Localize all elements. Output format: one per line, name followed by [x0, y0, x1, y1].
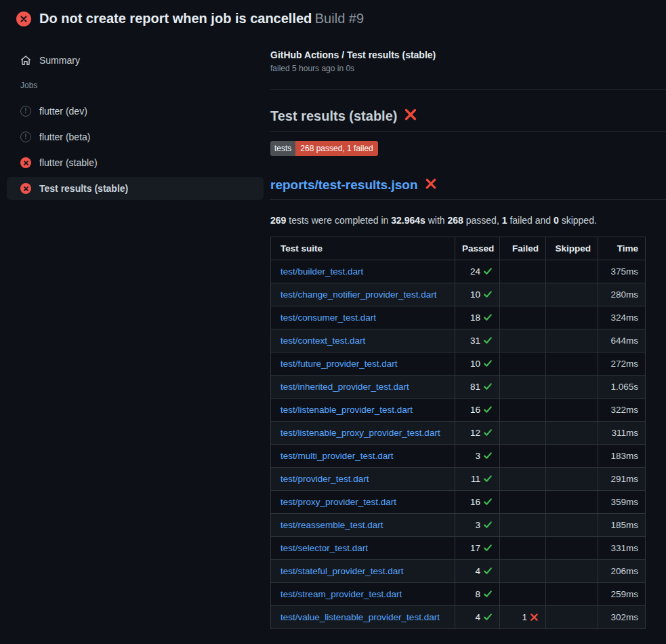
table-row: test/builder_test.dart24375ms [271, 260, 646, 283]
failed-cell [500, 445, 546, 468]
suite-cell: test/provider_test.dart [271, 468, 455, 491]
sidebar-item-test-results-stable[interactable]: Test results (stable) [7, 177, 264, 200]
time-cell: 1.065s [598, 376, 646, 399]
passed-count: 11 [471, 474, 480, 484]
home-icon [20, 55, 31, 66]
passed-count: 18 [470, 313, 480, 323]
sidebar-item-flutter-dev[interactable]: !flutter (dev) [7, 100, 264, 123]
suite-cell: test/stateful_provider_test.dart [271, 560, 455, 583]
test-suite-link[interactable]: test/proxy_provider_test.dart [280, 497, 396, 507]
passed-count: 4 [475, 612, 480, 622]
failed-cell [500, 491, 546, 514]
sidebar-item-flutter-stable[interactable]: flutter (stable) [7, 151, 264, 174]
passed-count: 10 [470, 289, 480, 300]
test-suite-link[interactable]: test/provider_test.dart [280, 474, 369, 484]
suite-cell: test/inherited_provider_test.dart [271, 376, 455, 399]
skipped-cell [546, 422, 598, 445]
x-circle-icon [20, 157, 31, 168]
passed-cell: 31 [455, 329, 500, 353]
passed-cell: 10 [455, 353, 500, 376]
test-suite-link[interactable]: test/selector_test.dart [280, 543, 368, 553]
failed-cell [500, 329, 546, 353]
table-row: test/proxy_provider_test.dart16359ms [271, 491, 646, 514]
test-suite-link[interactable]: test/inherited_provider_test.dart [280, 382, 409, 392]
time-cell: 183ms [598, 445, 646, 468]
time-cell: 331ms [598, 537, 646, 560]
column-header-time: Time [598, 237, 646, 260]
failed-cell [500, 560, 546, 583]
sidebar-item-flutter-beta[interactable]: !flutter (beta) [7, 125, 264, 148]
suite-cell: test/builder_test.dart [271, 260, 455, 283]
passed-cell: 11 [455, 468, 500, 491]
passed-cell: 3 [455, 514, 500, 537]
test-suite-link[interactable]: test/reassemble_test.dart [280, 520, 383, 530]
summary-sentence: 269 tests were completed in 32.964s with… [270, 215, 666, 226]
red-x-icon [425, 178, 437, 193]
passed-count: 10 [470, 359, 480, 369]
summary-segment: failed and [507, 215, 554, 226]
test-suite-link[interactable]: test/consumer_test.dart [280, 313, 376, 323]
skipped-cell [546, 606, 598, 629]
tests-status-badge: tests 268 passed, 1 failed [270, 141, 378, 156]
time-cell: 185ms [598, 514, 646, 537]
skipped-cell [546, 583, 598, 606]
time-cell: 359ms [598, 491, 646, 514]
table-row: test/provider_test.dart11291ms [271, 468, 646, 491]
x-circle-icon [20, 183, 31, 194]
test-suite-link[interactable]: test/listenable_proxy_provider_test.dart [280, 428, 440, 438]
failed-cell: 1 [500, 606, 546, 629]
time-cell: 206ms [598, 560, 646, 583]
table-row: test/multi_provider_test.dart3183ms [271, 445, 646, 468]
table-row: test/listenable_provider_test.dart16322m… [271, 399, 646, 422]
suite-cell: test/proxy_provider_test.dart [271, 491, 455, 514]
passed-cell: 81 [455, 376, 500, 399]
passed-count: 12 [470, 428, 480, 438]
build-header: Do not create report when job is cancell… [0, 0, 666, 33]
skipped-cell [546, 353, 598, 376]
time-cell: 302ms [598, 606, 646, 629]
table-row: test/listenable_proxy_provider_test.dart… [271, 422, 646, 445]
skipped-cell [546, 514, 598, 537]
suite-cell: test/value_listenable_provider_test.dart [271, 606, 455, 629]
suite-cell: test/future_provider_test.dart [271, 353, 455, 376]
passed-count: 8 [475, 589, 480, 599]
suite-cell: test/multi_provider_test.dart [271, 445, 455, 468]
column-header-test-suite: Test suite [271, 237, 455, 260]
suite-cell: test/listenable_proxy_provider_test.dart [271, 422, 455, 445]
failed-cell [500, 514, 546, 537]
failed-cell [500, 376, 546, 399]
column-header-passed: Passed [455, 237, 500, 260]
test-suite-link[interactable]: test/change_notifier_provider_test.dart [280, 289, 436, 300]
test-suite-link[interactable]: test/multi_provider_test.dart [280, 451, 394, 461]
time-cell: 324ms [598, 306, 646, 329]
build-number: Build #9 [315, 11, 364, 26]
skipped-cell [546, 376, 598, 399]
failed-cell [500, 399, 546, 422]
skipped-cell [546, 445, 598, 468]
test-suite-link[interactable]: test/future_provider_test.dart [280, 359, 398, 369]
summary-segment: 269 [270, 215, 286, 226]
time-cell: 644ms [598, 329, 646, 353]
summary-segment: passed, [463, 215, 502, 226]
test-suite-link[interactable]: test/listenable_provider_test.dart [280, 405, 413, 415]
summary-segment: 32.964s [391, 215, 425, 226]
suite-cell: test/listenable_provider_test.dart [271, 399, 455, 422]
test-suite-link[interactable]: test/stateful_provider_test.dart [280, 566, 404, 576]
passed-cell: 17 [455, 537, 500, 560]
skipped-cell [546, 399, 598, 422]
test-suite-link[interactable]: test/value_listenable_provider_test.dart [280, 612, 440, 622]
passed-count: 16 [470, 405, 480, 415]
test-suite-link[interactable]: test/stream_provider_test.dart [280, 589, 402, 599]
time-cell: 322ms [598, 399, 646, 422]
passed-cell: 12 [455, 422, 500, 445]
report-file-link[interactable]: reports/test-results.json [270, 178, 418, 193]
test-suite-link[interactable]: test/context_test.dart [280, 336, 365, 346]
sidebar-item-summary[interactable]: Summary [0, 49, 270, 71]
sidebar-item-label: flutter (stable) [39, 157, 98, 168]
passed-cell: 3 [455, 445, 500, 468]
sidebar-item-label: flutter (beta) [39, 132, 90, 142]
time-cell: 272ms [598, 353, 646, 376]
test-suite-link[interactable]: test/builder_test.dart [280, 266, 363, 277]
passed-cell: 16 [455, 491, 500, 514]
passed-cell: 16 [455, 399, 500, 422]
